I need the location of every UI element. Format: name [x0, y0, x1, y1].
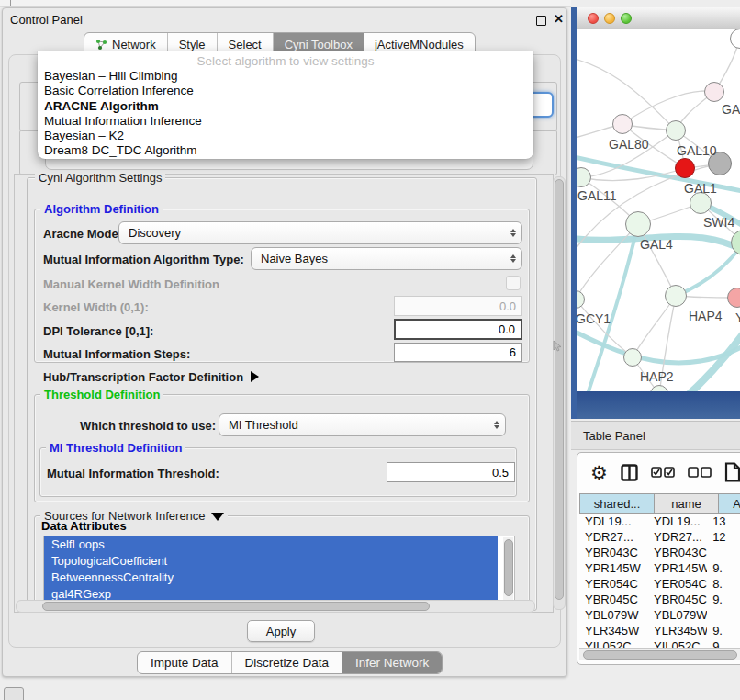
network-view-window: GALGAL80GAL10GAL1GAL11GAL4SWI4GCY1HAP4YH… [571, 7, 740, 419]
table-row[interactable]: YBR043CYBR043C [579, 545, 740, 560]
table-cell: YLR345W [648, 623, 707, 638]
attributes-scrollbar[interactable] [503, 537, 513, 602]
table-cell: YDR27... [648, 529, 707, 545]
cyni-settings-legend: Cyni Algorithm Settings [35, 171, 165, 185]
tab-label: Cyni Toolbox [285, 38, 353, 51]
dropdown-item-dream8-dc-tdc-algorithm[interactable]: Dream8 DC_TDC Algorithm [38, 143, 533, 158]
tab-label: Style [179, 38, 206, 51]
data-attributes-list: SelfLoopsTopologicalCoefficientBetweenne… [43, 536, 515, 604]
aracne-mode-select[interactable]: Discovery [118, 221, 522, 244]
attribute-item-selfloops[interactable]: SelfLoops [44, 536, 498, 553]
table-row[interactable]: YER054CYER054C8. [579, 576, 740, 592]
node-label-y: Y [735, 310, 740, 325]
dpi-tolerance-field[interactable]: 0.0 [394, 319, 522, 340]
select-all-icon[interactable] [651, 467, 675, 478]
network-node[interactable] [625, 211, 651, 237]
mi-type-select[interactable]: Naive Bayes [251, 247, 522, 270]
table-cell: YBL079W [579, 607, 648, 623]
float-icon[interactable] [536, 16, 546, 26]
network-node[interactable] [675, 158, 695, 178]
column-header-name[interactable]: name [655, 493, 719, 514]
attribute-item-topologicalcoefficient[interactable]: TopologicalCoefficient [44, 553, 498, 570]
mini-button[interactable] [4, 687, 24, 700]
gear-icon[interactable]: ⚙ [590, 463, 608, 482]
columns-icon[interactable] [621, 464, 638, 481]
which-threshold-value: MI Threshold [219, 418, 488, 432]
network-canvas[interactable]: GALGAL80GAL10GAL1GAL11GAL4SWI4GCY1HAP4YH… [577, 29, 740, 391]
hub-section-toggle[interactable]: Hub/Transcription Factor Definition [43, 370, 259, 384]
node-label-gcy1: GCY1 [577, 311, 611, 326]
dropdown-prompt: Select algorithm to view settings [38, 53, 533, 69]
table-row[interactable]: YDR27...YDR27...12 [579, 529, 740, 545]
settings-vertical-scrollbar[interactable] [553, 176, 566, 610]
dropdown-item-bayesian-k2[interactable]: Bayesian – K2 [38, 129, 533, 143]
network-node[interactable] [704, 82, 724, 102]
node-label-gal: GAL [722, 102, 740, 117]
top-strip [0, 0, 571, 7]
zoom-light[interactable] [621, 13, 632, 24]
manual-kernel-checkbox[interactable] [506, 276, 521, 290]
dropdown-item-bayesian-hill-climbing[interactable]: Bayesian – Hill Climbing [38, 69, 533, 84]
minimize-light[interactable] [604, 13, 615, 24]
node-label-hap4: HAP4 [689, 309, 723, 323]
node-label-swi4: SWI4 [703, 215, 734, 230]
mi-threshold-label: Mutual Information Threshold: [47, 467, 219, 480]
kernel-width-field[interactable]: 0.0 [394, 296, 522, 316]
table-cell: YBR043C [648, 545, 707, 560]
network-node[interactable] [623, 348, 642, 367]
close-icon[interactable]: ✕ [554, 12, 564, 26]
table-cell: YPR145W [648, 560, 707, 576]
table-body: YDL19...YDL19...13YDR27...YDR27...12YBR0… [579, 514, 740, 664]
node-label-gal1: GAL1 [684, 181, 717, 196]
column-header-shared-[interactable]: shared... [579, 493, 655, 514]
column-header-a[interactable]: A [719, 493, 740, 514]
table-cell: YER054C [648, 576, 707, 592]
network-node[interactable] [612, 114, 633, 134]
mi-steps-label: Mutual Information Steps: [43, 347, 190, 361]
node-label-gal4: GAL4 [640, 237, 673, 252]
table-cell: 12 [707, 529, 740, 545]
table-cell: 9. [707, 560, 740, 576]
threshold-definition-legend: Threshold Definition [40, 388, 163, 401]
dropdown-item-aracne-algorithm[interactable]: ARACNE Algorithm [38, 99, 533, 114]
table-cell: YBR045C [648, 592, 707, 607]
kernel-width-label: Kernel Width (0,1): [43, 300, 149, 314]
dropdown-item-basic-correlation-inference[interactable]: Basic Correlation Inference [38, 84, 533, 98]
network-node[interactable] [665, 285, 687, 307]
table-row[interactable]: YPR145WYPR145W9. [579, 560, 740, 576]
mi-threshold-field[interactable]: 0.5 [387, 462, 515, 482]
close-light[interactable] [588, 13, 599, 24]
aracne-mode-value: Discovery [119, 226, 505, 240]
table-cell: YDL19... [579, 514, 648, 529]
table-cell: 9. [707, 623, 740, 638]
table-horizontal-scrollbar[interactable] [579, 648, 740, 660]
which-threshold-label: Which threshold to use: [80, 419, 216, 433]
dropdown-item-mutual-information-inference[interactable]: Mutual Information Inference [38, 114, 533, 129]
attribute-item-betweennesscentrality[interactable]: BetweennessCentrality [44, 570, 498, 586]
manual-kernel-label: Manual Kernel Width Definition [43, 277, 219, 291]
table-cell [707, 545, 740, 560]
table-row[interactable]: YDL19...YDL19...13 [579, 514, 740, 529]
settings-horizontal-scrollbar[interactable] [16, 600, 535, 613]
table-cell: 13 [707, 514, 740, 529]
table-row[interactable]: YBR045CYBR045C9. [579, 592, 740, 607]
network-window-titlebar[interactable] [577, 7, 740, 30]
node-label-gal10: GAL10 [677, 143, 717, 158]
cyni-bottom-tabs: Impute DataDiscretize DataInfer Network [137, 651, 443, 674]
table-row[interactable]: YBL079WYBL079W [579, 607, 740, 623]
aracne-mode-label: Aracne Mode: [43, 227, 122, 241]
table-cell [707, 607, 740, 623]
mi-type-value: Naive Bayes [252, 252, 505, 265]
tab-infer-network[interactable]: Infer Network [342, 652, 442, 673]
page-icon[interactable] [724, 462, 740, 482]
table-cell: YBL079W [648, 607, 707, 623]
mi-steps-field[interactable]: 6 [394, 343, 522, 362]
tab-discretize-data[interactable]: Discretize Data [232, 652, 343, 673]
network-node[interactable] [666, 120, 686, 141]
deselect-all-icon[interactable] [688, 467, 712, 478]
tab-impute-data[interactable]: Impute Data [138, 652, 232, 673]
apply-button[interactable]: Apply [247, 620, 315, 642]
table-row[interactable]: YLR345WYLR345W9. [579, 623, 740, 638]
control-panel-window: Control Panel ✕ NetworkStyleSelectCyni T… [2, 7, 567, 677]
which-threshold-select[interactable]: MI Threshold [219, 413, 506, 436]
